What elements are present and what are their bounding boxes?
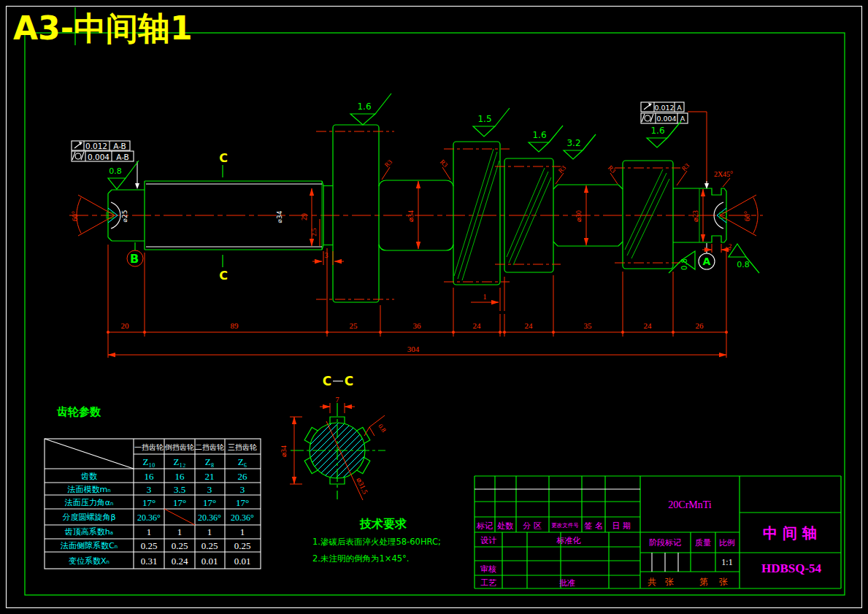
dim-chain: 24 [644, 321, 653, 330]
tb-label-zhiliang: 质量 [695, 538, 711, 548]
dim-fillet: R3 [557, 164, 568, 174]
tb-sheet-di: 第 [699, 577, 708, 587]
row-label: 法面模数mₙ [66, 485, 110, 494]
gear-table-title: 齿轮参数 [56, 405, 101, 418]
tb-label-gongyi: 工艺 [480, 578, 496, 588]
tb-sheet-zhang1: 张 [665, 577, 674, 587]
page-title: A3-中间轴1 [13, 9, 193, 47]
section-title-c2: C [345, 374, 353, 388]
cell: 17° [142, 497, 155, 508]
tb-label-chushu: 处数 [497, 521, 513, 531]
shaft-view: 1.6 1.5 1.6 3.2 1.6 0.8 0.8 0.8 0.012 A-… [69, 93, 763, 358]
row-label: 法面压力角αₙ [64, 498, 114, 507]
gtol-value: 0.012 [654, 104, 674, 112]
dim-neck-width: 3 [325, 251, 329, 259]
cell: 20.36° [231, 513, 254, 523]
z-label: Z₈ [205, 456, 214, 467]
finish-value: 3.2 [566, 138, 580, 148]
finish-value: 0.8 [109, 166, 122, 176]
cell: 3.5 [174, 484, 185, 495]
cell: 0.25 [201, 540, 218, 551]
col-header: 一挡齿轮 [134, 443, 164, 451]
tb-label-jieduan: 阶段标记 [649, 538, 681, 548]
gtol-value: 0.012 [85, 142, 107, 150]
row-label: 齿顶高系数hₐ [64, 527, 113, 537]
cell: 0.24 [172, 556, 188, 567]
cut-label: C [219, 151, 228, 165]
dim-fillet: R3 [383, 158, 394, 169]
dim-dia-spline: ⌀34 [276, 210, 283, 223]
tb-label-pizhun: 批准 [559, 578, 575, 588]
dim-neck-dia: 29 [300, 213, 308, 220]
tech-requirements: 技术要求 1.渗碳后表面淬火处理58-60HRC; 2.未注明的倒角为1×45°… [312, 517, 441, 564]
dim-chain: 20 [121, 321, 130, 330]
row-label: 变位系数Xₙ [69, 556, 110, 566]
dim-chain: 36 [413, 321, 422, 330]
cell: 1 [207, 526, 212, 537]
finish-value: 0.8 [377, 423, 388, 434]
tb-part-name: 中 间 轴 [763, 524, 817, 542]
cell: 17° [236, 497, 249, 508]
cad-canvas: A3-中间轴1 [0, 0, 868, 614]
section-title-c1: C [323, 374, 331, 388]
gear-table: 齿轮参数 一挡齿轮 倒挡齿轮 二挡齿轮 三挡齿轮 Z₁₀ Z₁₂ Z₈ Z₆ 齿… [45, 405, 261, 569]
gtol-datum: A-B [116, 153, 129, 161]
tb-label-genggai: 更改文件号 [551, 522, 579, 529]
title-block: 标记 处数 分 区 更改文件号 签 名 日 期 设计 标准化 审核 工艺 批准 … [475, 476, 841, 588]
col-header: 二挡齿轮 [195, 443, 224, 451]
cell: 3 [207, 484, 212, 495]
dim-chain: 89 [231, 321, 239, 330]
dim-angle: 60° [71, 211, 79, 221]
dim-chain: 26 [696, 321, 704, 330]
gtol-value: 0.004 [656, 115, 676, 123]
dim-dia-mid: ⌀34 [407, 210, 415, 222]
section-cc: C C [265, 374, 410, 500]
dim-total: 304 [407, 345, 420, 353]
runout-icon [74, 142, 82, 148]
cell: 3 [240, 484, 245, 495]
tb-label-fenqu: 分 区 [523, 521, 542, 531]
dim-neck-half: 2.5 [310, 228, 318, 237]
section-width: 7 [336, 396, 339, 404]
cell: 1 [240, 526, 245, 537]
tb-drawing-no: HDBSQ-54 [761, 561, 822, 575]
finish-value: 0.8 [737, 260, 750, 269]
dim-chain: 25 [350, 321, 358, 330]
shaft-outline [108, 125, 726, 302]
dim-dia-right: ⌀23 [691, 210, 699, 222]
cell: 16 [145, 471, 155, 482]
cell: 21 [205, 471, 215, 482]
tech-title: 技术要求 [359, 517, 407, 531]
cell: 20.36° [198, 513, 221, 523]
dim-chain: 24 [473, 321, 482, 330]
dim-gap: 1 [483, 293, 487, 301]
table-blank-diagonal [164, 509, 195, 525]
section-root: ⌀31.5 [355, 477, 369, 496]
tb-label-riqi: 日 期 [612, 521, 631, 531]
row-label: 分度圆螺旋角β [62, 513, 115, 522]
dim-end-groove: 2 [729, 242, 732, 250]
dim-chain: 35 [584, 321, 593, 330]
col-header: 三挡齿轮 [228, 443, 257, 451]
gtol-datum: A [677, 104, 682, 112]
tb-label-bili: 比例 [719, 538, 735, 548]
cell: 3 [147, 484, 152, 495]
z-label: Z₆ [238, 456, 247, 467]
cell: 0.25 [172, 540, 188, 551]
row-label: 法面侧隙系数Cₙ [60, 541, 118, 550]
cylindricity-icon [642, 114, 653, 122]
tb-scale-value: 1:1 [721, 557, 732, 567]
tech-line: 1.渗碳后表面淬火处理58-60HRC; [312, 537, 441, 547]
dim-angle: 60° [743, 211, 751, 221]
drawing-svg: A3-中间轴1 [0, 0, 868, 614]
border-frame [7, 7, 862, 608]
gtol-datum: A [680, 115, 685, 123]
cell: 16 [175, 471, 185, 482]
tb-material: 20CrMnTi [668, 499, 712, 510]
finish-value: 1.6 [357, 101, 371, 112]
dim-fillet: R3 [680, 161, 691, 172]
cell: 0.25 [234, 540, 251, 551]
tb-label-shenhe: 审核 [480, 564, 496, 574]
tb-label-qianming: 签 名 [584, 521, 603, 531]
cut-label: C [219, 269, 228, 283]
